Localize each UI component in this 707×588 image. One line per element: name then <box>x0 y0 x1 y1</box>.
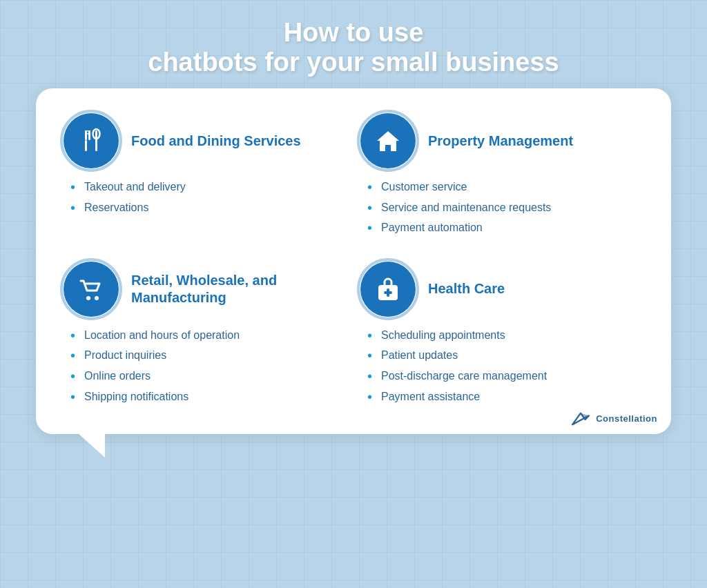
healthcare-bullet-3: Payment assistance <box>367 389 643 404</box>
retail-icon <box>77 275 105 303</box>
svg-rect-1 <box>85 140 87 151</box>
section-food-dining: Food and Dining Services Takeout and del… <box>64 113 347 241</box>
section-header-property: Property Management <box>360 113 643 168</box>
title-line1: How to use <box>148 18 559 48</box>
title-line2: chatbots for your small business <box>148 48 559 77</box>
svg-point-6 <box>93 129 100 139</box>
svg-point-9 <box>95 296 99 300</box>
svg-marker-7 <box>377 131 399 151</box>
section-title-food: Food and Dining Services <box>131 133 301 150</box>
page-wrapper: How to use chatbots for your small busin… <box>22 11 685 577</box>
property-bullet-2: Payment automation <box>367 220 643 235</box>
logo-area: Constellation <box>571 411 657 426</box>
section-retail: Retail, Wholesale, and Manufacturing Loc… <box>64 262 347 409</box>
property-bullet-list: Customer service Service and maintenance… <box>360 179 643 241</box>
food-bullet-0: Takeout and delivery <box>70 179 347 195</box>
healthcare-bullet-1: Patient updates <box>367 348 643 363</box>
retail-icon-circle <box>64 262 119 317</box>
svg-rect-11 <box>387 288 389 297</box>
food-icon-circle <box>64 113 119 168</box>
property-bullet-1: Service and maintenance requests <box>367 200 643 215</box>
food-bullet-1: Reservations <box>70 200 347 215</box>
section-header-healthcare: Health Care <box>360 262 643 317</box>
retail-bullet-2: Online orders <box>70 369 347 384</box>
svg-marker-14 <box>581 413 589 420</box>
section-property: Property Management Customer service Ser… <box>360 113 643 241</box>
section-header-food: Food and Dining Services <box>64 113 347 168</box>
healthcare-bullet-2: Post-discharge care management <box>367 369 643 384</box>
section-title-property: Property Management <box>428 133 573 150</box>
retail-bullet-0: Location and hours of operation <box>70 328 347 343</box>
constellation-logo-icon <box>571 411 590 426</box>
logo-text: Constellation <box>596 413 657 424</box>
svg-rect-5 <box>95 130 97 151</box>
healthcare-icon <box>374 275 402 303</box>
svg-rect-12 <box>384 291 392 294</box>
main-card: Food and Dining Services Takeout and del… <box>36 88 671 434</box>
healthcare-bullet-0: Scheduling appointments <box>367 328 643 343</box>
svg-rect-3 <box>85 133 90 135</box>
healthcare-bullet-list: Scheduling appointments Patient updates … <box>360 328 643 409</box>
section-header-retail: Retail, Wholesale, and Manufacturing <box>64 262 347 317</box>
title-area: How to use chatbots for your small busin… <box>148 18 559 77</box>
retail-bullet-3: Shipping notifications <box>70 389 347 404</box>
sections-grid: Food and Dining Services Takeout and del… <box>64 113 643 409</box>
svg-rect-2 <box>85 130 90 132</box>
section-title-retail: Retail, Wholesale, and Manufacturing <box>131 272 347 306</box>
retail-bullet-list: Location and hours of operation Product … <box>64 328 347 409</box>
svg-point-8 <box>86 296 90 300</box>
section-title-healthcare: Health Care <box>428 280 505 297</box>
property-icon-circle <box>360 113 416 168</box>
svg-rect-0 <box>85 130 87 140</box>
property-icon <box>374 127 402 155</box>
food-bullet-list: Takeout and delivery Reservations <box>64 179 347 220</box>
section-healthcare: Health Care Scheduling appointments Pati… <box>360 262 643 409</box>
food-icon <box>77 127 105 155</box>
retail-bullet-1: Product inquiries <box>70 348 347 363</box>
property-bullet-0: Customer service <box>367 179 643 195</box>
healthcare-icon-circle <box>360 262 416 317</box>
svg-rect-10 <box>378 285 398 300</box>
svg-rect-4 <box>88 130 90 140</box>
svg-marker-13 <box>572 413 589 425</box>
